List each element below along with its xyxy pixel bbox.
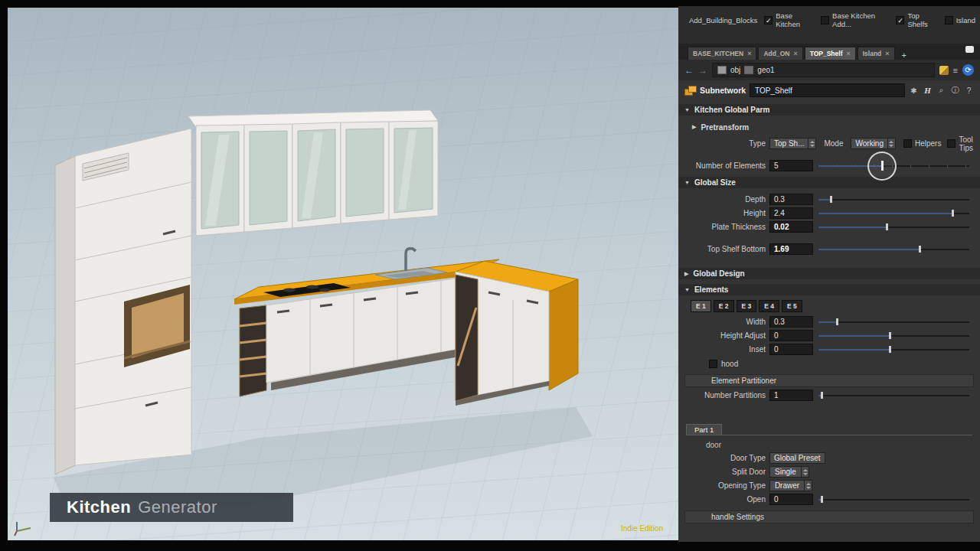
search-icon[interactable]: ⌕ xyxy=(936,86,946,95)
param-label: Height Adjust xyxy=(689,331,766,340)
section-label: Elements xyxy=(694,285,728,294)
axis-gizmo xyxy=(12,517,35,537)
param-value-field[interactable]: 0 xyxy=(769,344,813,355)
viewport-3d[interactable]: Kitchen Generator Indie Edition xyxy=(8,8,678,540)
param-value-field[interactable]: 1 xyxy=(769,390,813,401)
param-plate-thickness: Plate Thickness 0.02 xyxy=(689,220,969,233)
param-number-of-elements: Number of Elements 5 xyxy=(689,159,969,172)
param-label: Opening Type xyxy=(689,481,766,490)
param-value-field[interactable]: 0.02 xyxy=(769,221,813,233)
element-tab-e1[interactable]: E 1 xyxy=(691,300,711,312)
cursor-highlight-ring xyxy=(867,152,897,181)
part-tab-1[interactable]: Part 1 xyxy=(686,424,722,435)
param-slider[interactable] xyxy=(818,494,969,505)
param-slider[interactable] xyxy=(818,221,969,233)
param-label: Mode xyxy=(824,139,843,148)
toggle-island[interactable]: Island xyxy=(945,16,975,24)
section-kitchen-global-parm[interactable]: ▼ Kitchen Global Parm xyxy=(678,104,980,116)
back-button[interactable]: ← xyxy=(684,65,694,76)
param-value-field[interactable]: 0.3 xyxy=(769,316,813,328)
houdini-badge-icon[interactable]: H xyxy=(923,86,933,95)
add-tab-button[interactable]: + xyxy=(900,51,909,60)
param-slider[interactable] xyxy=(818,160,969,171)
mode-stepper[interactable] xyxy=(888,138,896,149)
building-blocks-label: Add_Building_Blocks xyxy=(689,16,757,24)
type-dropdown[interactable]: Top Sh... xyxy=(769,138,808,149)
recook-icon[interactable]: ⟳ xyxy=(962,64,974,76)
obj-node-icon xyxy=(717,66,727,74)
hood-checkbox[interactable] xyxy=(709,360,717,368)
node-name-field[interactable]: TOP_Shelf xyxy=(750,83,905,97)
tab-close-icon[interactable]: × xyxy=(793,50,797,57)
element-tab-e3[interactable]: E 3 xyxy=(737,300,757,312)
element-tabs: E 1 E 2 E 3 E 4 E 5 xyxy=(691,300,980,312)
param-value-field[interactable]: 0 xyxy=(769,494,813,505)
helpers-checkbox[interactable] xyxy=(903,139,912,148)
split-door-dropdown[interactable]: Single xyxy=(769,466,802,478)
toggle-label: Base Kitchen Add... xyxy=(832,11,889,28)
param-slider[interactable] xyxy=(818,316,969,328)
checkbox[interactable]: ✓ xyxy=(764,16,773,24)
type-stepper[interactable] xyxy=(808,138,816,149)
param-value-field[interactable]: 0 xyxy=(769,330,813,341)
tooltips-checkbox[interactable] xyxy=(947,139,956,148)
section-label: Global Design xyxy=(693,269,744,278)
param-value-field[interactable]: 1.69 xyxy=(769,243,813,255)
section-label: Pretransform xyxy=(701,123,749,132)
param-slider[interactable] xyxy=(818,344,969,355)
param-slider[interactable] xyxy=(818,207,969,219)
param-label: Open xyxy=(689,495,766,504)
help-icon[interactable]: ? xyxy=(964,86,974,95)
tall-cabinet xyxy=(55,129,191,474)
tab-close-icon[interactable]: × xyxy=(747,50,751,57)
tab-label: Add_ON xyxy=(763,50,789,57)
tab-close-icon[interactable]: × xyxy=(846,50,850,57)
param-slider[interactable] xyxy=(818,194,969,205)
path-node[interactable]: geo1 xyxy=(757,66,774,74)
param-value-field[interactable]: 5 xyxy=(769,160,813,171)
split-door-stepper[interactable] xyxy=(802,466,809,478)
section-global-size[interactable]: ▼ Global Size xyxy=(678,177,980,188)
toggle-label: Top Shelfs xyxy=(907,11,937,28)
info-icon[interactable]: ⓘ xyxy=(950,85,960,96)
path-field[interactable]: obj geo1 xyxy=(712,63,935,77)
tab-close-icon[interactable]: × xyxy=(885,50,889,57)
path-root[interactable]: obj xyxy=(730,66,740,74)
element-partitioner-group: Element Partitioner xyxy=(684,374,974,387)
toggle-base-kitchen[interactable]: ✓ Base Kitchen xyxy=(764,11,814,28)
opening-type-stepper[interactable] xyxy=(805,480,812,491)
tab-island[interactable]: Island × xyxy=(858,47,895,60)
opening-type-dropdown[interactable]: Drawer xyxy=(769,480,805,491)
checkbox[interactable] xyxy=(945,16,953,24)
section-global-design[interactable]: ▶ Global Design xyxy=(678,268,980,279)
param-slider[interactable] xyxy=(818,330,969,341)
toggle-base-kitchen-add[interactable]: Base Kitchen Add... xyxy=(821,11,889,28)
param-slider[interactable] xyxy=(818,390,969,401)
element-tab-e5[interactable]: E 5 xyxy=(782,300,802,312)
param-split-door: Split Door Single xyxy=(689,465,969,478)
checkbox[interactable]: ✓ xyxy=(896,16,904,24)
param-value-field[interactable]: 2.4 xyxy=(769,207,813,219)
param-width: Width 0.3 xyxy=(689,315,969,328)
element-tab-e2[interactable]: E 2 xyxy=(714,300,734,312)
tab-base-kitchen[interactable]: BASE_KITCHEN × xyxy=(688,47,756,60)
gear-menu-icon[interactable]: ✱ xyxy=(909,86,919,95)
section-elements[interactable]: ▼ Elements xyxy=(678,284,980,295)
palette-icon[interactable] xyxy=(939,66,949,75)
floating-panel-icon[interactable] xyxy=(965,46,974,53)
toggle-top-shelfs[interactable]: ✓ Top Shelfs xyxy=(896,11,937,28)
checkbox[interactable] xyxy=(821,16,829,24)
mode-dropdown[interactable]: Working xyxy=(851,138,888,149)
param-slider[interactable] xyxy=(818,243,969,255)
tab-top-shelf[interactable]: TOP_Shelf × xyxy=(805,47,856,60)
section-pretransform[interactable]: ▶ Pretransform xyxy=(678,122,980,132)
param-value-field[interactable]: 0.3 xyxy=(769,194,813,205)
node-type-label: Subnetwork xyxy=(700,86,746,95)
param-label: Number of Elements xyxy=(689,161,766,170)
tab-add-on[interactable]: Add_ON × xyxy=(758,47,802,60)
door-type-dropdown[interactable]: Global Preset xyxy=(769,452,825,464)
param-door-type: Door Type Global Preset xyxy=(689,452,969,465)
forward-button[interactable]: → xyxy=(698,65,707,76)
list-icon[interactable]: ≡ xyxy=(953,66,958,75)
element-tab-e4[interactable]: E 4 xyxy=(759,300,779,312)
